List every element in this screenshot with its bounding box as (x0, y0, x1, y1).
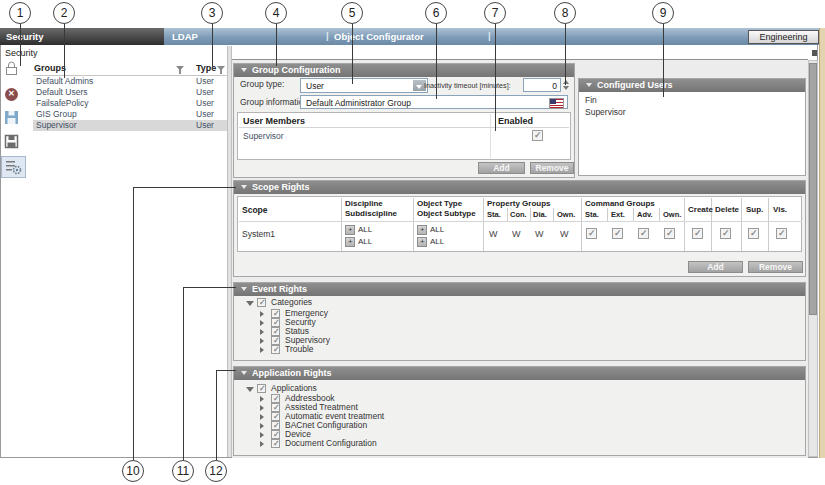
group-settings-tool-selected[interactable] (1, 156, 26, 178)
lock-icon[interactable] (5, 61, 18, 80)
discipline-col-header[interactable]: Discipline (345, 200, 383, 208)
delete-checkbox[interactable] (720, 228, 731, 239)
inactivity-timeout-input[interactable]: 0 (523, 78, 561, 92)
expand-icon[interactable] (260, 423, 264, 429)
remove-scope-button[interactable]: Remove (748, 261, 803, 273)
group-type-dropdown[interactable]: User (300, 78, 428, 93)
group-row[interactable]: GIS Group (36, 110, 77, 119)
object-type-col-header[interactable]: Object Type (417, 200, 462, 208)
group-row-type[interactable]: User (196, 99, 214, 108)
category-checkbox[interactable] (271, 309, 280, 318)
tree-item-label[interactable]: Trouble (285, 345, 314, 354)
remove-user-button[interactable]: Remove (530, 162, 574, 174)
expand-icon[interactable] (260, 432, 264, 438)
tab-object-configurator[interactable]: Object Configurator (334, 32, 424, 42)
expand-icon[interactable] (260, 405, 264, 411)
enabled-checkbox[interactable] (532, 130, 543, 141)
tab-ldap[interactable]: LDAP (172, 32, 198, 42)
save-all-icon[interactable] (4, 134, 19, 153)
category-checkbox[interactable] (271, 318, 280, 327)
add-user-button[interactable]: Add (478, 162, 525, 174)
user-member-row[interactable]: Supervisor (243, 132, 284, 141)
expand-icon[interactable] (260, 441, 264, 447)
expand-icon[interactable] (260, 396, 264, 402)
group-row-type[interactable]: User (196, 88, 214, 97)
configured-user[interactable]: Supervisor (585, 108, 626, 117)
collapse-icon[interactable] (246, 301, 254, 306)
create-col-header[interactable]: Create (688, 206, 713, 214)
subdiscipline-value[interactable]: ALL (358, 238, 372, 246)
us-flag-icon[interactable] (549, 98, 564, 109)
expand-button[interactable] (345, 225, 355, 235)
application-checkbox[interactable] (271, 421, 280, 430)
command-sub-header[interactable]: Ext. (611, 211, 625, 219)
object-subtype-col-header[interactable]: Object Subtype (417, 210, 476, 218)
enabled-header[interactable]: Enabled (498, 117, 533, 126)
expand-button[interactable] (345, 237, 355, 247)
tree-root-label[interactable]: Categories (271, 298, 312, 307)
spinner-up-icon[interactable] (563, 80, 569, 90)
vis-checkbox[interactable] (776, 228, 787, 239)
application-checkbox[interactable] (271, 403, 280, 412)
scope-row-name[interactable]: System1 (242, 230, 275, 239)
application-rights-header[interactable]: Application Rights (234, 367, 805, 380)
add-scope-button[interactable]: Add (688, 261, 743, 273)
application-checkbox[interactable] (271, 412, 280, 421)
event-rights-header[interactable]: Event Rights (234, 283, 805, 296)
applications-checkbox[interactable] (257, 384, 266, 393)
discipline-value[interactable]: ALL (358, 226, 372, 234)
collapse-icon[interactable] (246, 387, 254, 392)
expand-icon[interactable] (260, 338, 264, 344)
property-sub-header[interactable]: Con. (510, 211, 527, 219)
cancel-icon[interactable] (5, 88, 18, 101)
application-checkbox[interactable] (271, 439, 280, 448)
category-checkbox[interactable] (271, 336, 280, 345)
group-row[interactable]: Default Users (36, 88, 88, 97)
configured-user[interactable]: Fin (585, 96, 597, 105)
command-checkbox[interactable] (664, 228, 675, 239)
application-checkbox[interactable] (271, 430, 280, 439)
expand-icon[interactable] (260, 320, 264, 326)
tab-security[interactable]: Security (0, 28, 164, 45)
property-sub-header[interactable]: Dia. (533, 211, 547, 219)
collapse-icon[interactable] (241, 68, 247, 72)
tree-root-label[interactable]: Applications (271, 384, 317, 393)
type-column-header[interactable]: Type (196, 64, 216, 73)
application-checkbox[interactable] (271, 394, 280, 403)
property-sub-header[interactable]: Sta. (487, 211, 501, 219)
collapse-icon[interactable] (241, 287, 247, 291)
collapse-icon[interactable] (241, 371, 247, 375)
collapse-icon[interactable] (241, 185, 247, 189)
scope-col-header[interactable]: Scope (242, 206, 268, 215)
configured-users-header[interactable]: Configured Users (579, 79, 805, 92)
scope-rights-header[interactable]: Scope Rights (234, 181, 805, 194)
engineering-button[interactable]: Engineering (748, 30, 819, 44)
object-subtype-value[interactable]: ALL (430, 238, 444, 246)
command-checkbox[interactable] (612, 228, 623, 239)
object-type-value[interactable]: ALL (430, 226, 444, 234)
create-checkbox[interactable] (692, 228, 703, 239)
vis-col-header[interactable]: Vis. (773, 206, 787, 214)
group-information-input[interactable]: Default Administrator Group (300, 95, 568, 109)
command-checkbox[interactable] (638, 228, 649, 239)
group-configuration-header[interactable]: Group Configuration (234, 64, 574, 77)
group-row-type[interactable]: User (196, 110, 214, 119)
category-checkbox[interactable] (271, 327, 280, 336)
group-row-type[interactable]: User (196, 77, 214, 86)
save-icon[interactable] (4, 110, 19, 129)
sup-col-header[interactable]: Sup. (746, 206, 763, 214)
categories-checkbox[interactable] (257, 298, 266, 307)
user-members-header[interactable]: User Members (243, 117, 305, 126)
category-checkbox[interactable] (271, 345, 280, 354)
group-row-selected[interactable]: Supervisor (36, 121, 77, 130)
expand-button[interactable] (417, 237, 427, 247)
command-sub-header[interactable]: Own. (663, 211, 681, 219)
command-checkbox[interactable] (586, 228, 597, 239)
expand-icon[interactable] (260, 347, 264, 353)
subdiscipline-col-header[interactable]: Subdiscipline (345, 210, 397, 218)
group-row[interactable]: Default Admins (36, 77, 93, 86)
expand-icon[interactable] (260, 329, 264, 335)
property-sub-header[interactable]: Own. (557, 211, 575, 219)
group-row-type[interactable]: User (196, 121, 214, 130)
tree-item-label[interactable]: Document Configuration (285, 439, 377, 448)
